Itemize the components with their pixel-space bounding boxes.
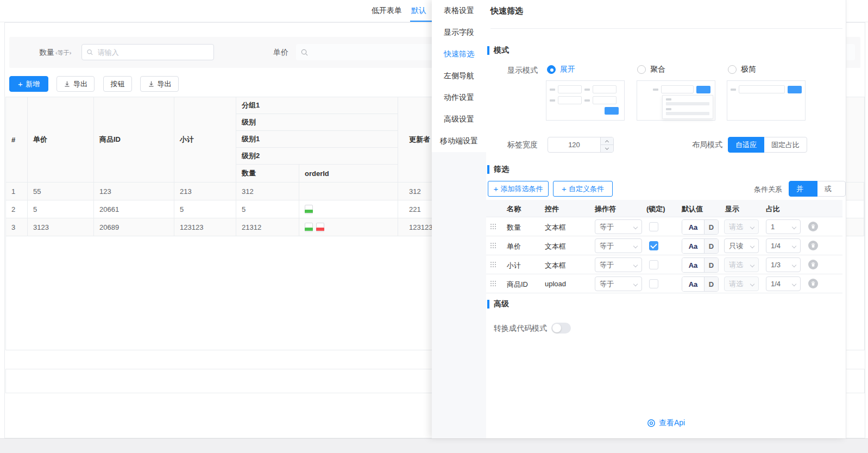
button-button[interactable]: 按钮 bbox=[103, 76, 132, 92]
col-ratio: 占比 bbox=[766, 204, 780, 214]
stepper-down-button[interactable] bbox=[601, 145, 613, 152]
drag-handle-icon[interactable] bbox=[490, 281, 492, 282]
lock-checkbox[interactable] bbox=[649, 279, 658, 288]
qty-search-field[interactable] bbox=[97, 48, 209, 57]
cell-price: 5 bbox=[28, 200, 94, 218]
display-select[interactable]: 请选 bbox=[724, 219, 759, 234]
cell-qty: 5 bbox=[236, 200, 299, 218]
drag-handle-icon[interactable] bbox=[490, 224, 492, 225]
plus-icon: + bbox=[18, 80, 23, 88]
lock-checkbox[interactable] bbox=[649, 222, 658, 231]
preview-button bbox=[788, 86, 802, 93]
label-width-stepper[interactable]: 120 bbox=[548, 137, 614, 153]
ratio-select[interactable]: 1/4 bbox=[766, 276, 801, 291]
default-value-button[interactable]: Aa bbox=[682, 220, 704, 234]
condition-name: 小计 bbox=[507, 261, 521, 270]
sidebar-item-mobile-settings[interactable]: 移动端设置 bbox=[432, 130, 486, 152]
col-header-index: # bbox=[6, 97, 28, 182]
cell-price: 3123 bbox=[28, 218, 94, 236]
layout-adaptive-button[interactable]: 自适应 bbox=[728, 137, 764, 153]
preview-minimal-mode[interactable] bbox=[727, 80, 806, 121]
file-icon-red[interactable] bbox=[316, 223, 324, 232]
layout-mode-label: 布局模式 bbox=[679, 140, 722, 150]
drawer-title: 快速筛选 bbox=[490, 6, 523, 16]
sidebar-item-action-settings[interactable]: 动作设置 bbox=[432, 87, 486, 109]
condition-name: 单价 bbox=[507, 242, 521, 251]
operator-select[interactable]: 等于 bbox=[595, 238, 642, 253]
cell-order-id bbox=[299, 183, 398, 200]
qty-search-input[interactable] bbox=[81, 44, 214, 60]
operator-select[interactable]: 等于 bbox=[595, 219, 642, 234]
ratio-select[interactable]: 1/4 bbox=[766, 238, 801, 253]
cell-order-id bbox=[299, 200, 398, 218]
layout-fixed-ratio-button[interactable]: 固定占比 bbox=[764, 137, 807, 153]
add-button[interactable]: +新增 bbox=[9, 76, 48, 92]
view-api-link[interactable]: 查看Api bbox=[486, 418, 846, 428]
display-select[interactable]: 请选 bbox=[724, 276, 759, 291]
relation-or-button[interactable]: 或者 bbox=[817, 181, 846, 197]
sidebar-item-advanced-settings[interactable]: 高级设置 bbox=[432, 109, 486, 130]
ratio-select[interactable]: 1/3 bbox=[766, 257, 801, 272]
label-width-value[interactable]: 120 bbox=[548, 137, 600, 152]
ratio-select[interactable]: 1 bbox=[766, 219, 801, 234]
sidebar-item-left-nav[interactable]: 左侧导航 bbox=[432, 65, 486, 87]
file-icon-green[interactable] bbox=[305, 205, 313, 214]
sidebar-item-display-fields[interactable]: 显示字段 bbox=[432, 22, 486, 43]
lock-checkbox[interactable] bbox=[649, 260, 658, 269]
lock-checkbox[interactable] bbox=[649, 241, 658, 250]
preview-aggregate-mode[interactable] bbox=[637, 80, 715, 121]
radio-expand[interactable]: 展开 bbox=[547, 65, 575, 74]
sidebar-item-table-settings[interactable]: 表格设置 bbox=[432, 0, 486, 22]
cell-subtotal: 5 bbox=[174, 200, 236, 218]
default-value-button[interactable]: Aa bbox=[682, 277, 704, 291]
file-icon-green[interactable] bbox=[305, 223, 313, 232]
drawer-sidebar: 表格设置 显示字段 快速筛选 左侧导航 动作设置 高级设置 移动端设置 bbox=[432, 0, 486, 438]
radio-aggregate[interactable]: 聚合 bbox=[637, 65, 665, 74]
code-mode-toggle[interactable] bbox=[551, 323, 571, 334]
section-title: 筛选 bbox=[494, 165, 509, 174]
group-header-level2: 级别2 bbox=[236, 148, 398, 165]
operator-select[interactable]: 等于 bbox=[595, 276, 642, 291]
relation-and-button[interactable]: 并且 bbox=[789, 181, 817, 197]
delete-icon[interactable] bbox=[808, 260, 818, 269]
tab-low-open-form[interactable]: 低开表单 bbox=[372, 6, 402, 16]
export-button-2[interactable]: 导出 bbox=[140, 76, 179, 92]
operator-select[interactable]: 等于 bbox=[595, 257, 642, 272]
default-d-button[interactable]: D bbox=[704, 239, 718, 253]
export-button-1[interactable]: 导出 bbox=[56, 76, 95, 92]
add-filter-condition-button[interactable]: +添加筛选条件 bbox=[488, 181, 549, 197]
cell-qty: 21312 bbox=[236, 218, 299, 236]
delete-icon[interactable] bbox=[808, 241, 818, 250]
tab-default[interactable]: 默认 bbox=[411, 6, 426, 16]
section-title: 模式 bbox=[494, 46, 509, 55]
col-header-order-id: orderId bbox=[299, 165, 398, 182]
radio-minimal[interactable]: 极简 bbox=[728, 65, 756, 74]
default-d-button[interactable]: D bbox=[704, 277, 718, 291]
delete-icon[interactable] bbox=[808, 222, 818, 231]
settings-drawer: 表格设置 显示字段 快速筛选 左侧导航 动作设置 高级设置 移动端设置 快速筛选… bbox=[432, 0, 846, 438]
default-d-button[interactable]: D bbox=[704, 258, 718, 272]
filter-condition-row: 商品ID upload 等于 AaD 请选 1/4 bbox=[486, 274, 842, 293]
drag-handle-icon[interactable] bbox=[490, 262, 492, 263]
default-d-button[interactable]: D bbox=[704, 220, 718, 234]
col-default: 默认值 bbox=[682, 204, 703, 214]
preview-expand-mode[interactable] bbox=[546, 80, 625, 121]
default-value-button[interactable]: Aa bbox=[682, 258, 704, 272]
col-control: 控件 bbox=[545, 204, 559, 214]
radio-icon bbox=[547, 65, 556, 74]
download-icon bbox=[64, 80, 71, 87]
section-mode: 模式 bbox=[487, 46, 509, 55]
filter-table-header: 名称 控件 操作符 (锁定) 默认值 显示 占比 bbox=[486, 200, 842, 217]
drag-handle-icon[interactable] bbox=[490, 243, 492, 244]
delete-icon[interactable] bbox=[808, 279, 818, 288]
sidebar-item-quick-filter[interactable]: 快速筛选 bbox=[432, 43, 486, 65]
filter-qty-label: 数量‹等于› bbox=[39, 48, 71, 58]
display-select[interactable]: 请选 bbox=[724, 257, 759, 272]
col-name: 名称 bbox=[507, 204, 521, 214]
label-width-label: 标签宽度 bbox=[494, 140, 538, 150]
display-select[interactable]: 只读 bbox=[724, 238, 759, 253]
stepper-up-button[interactable] bbox=[601, 137, 613, 145]
custom-condition-button[interactable]: +自定义条件 bbox=[553, 181, 613, 197]
default-value-button[interactable]: Aa bbox=[682, 239, 704, 253]
section-filter: 筛选 bbox=[487, 165, 509, 174]
